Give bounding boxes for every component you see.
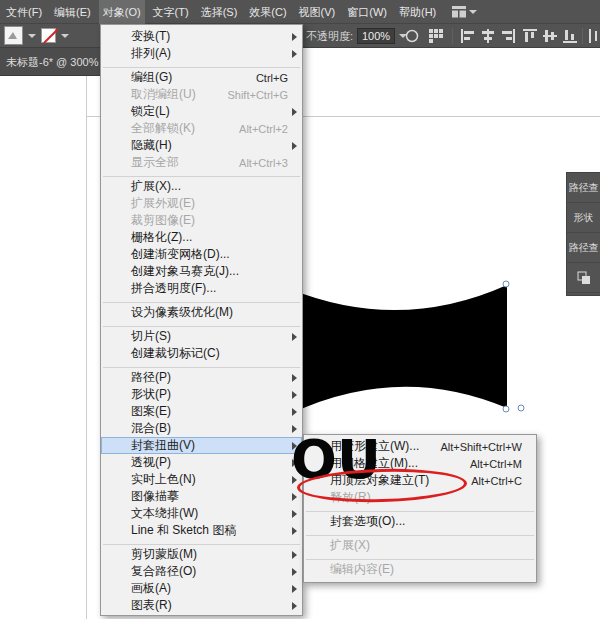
fill-none-swatch[interactable] xyxy=(41,28,56,43)
menu-item: 全部解锁(K) Alt+Ctrl+2 xyxy=(101,120,302,137)
menu-item-label: 实时上色(N) xyxy=(131,471,196,488)
shape-circle-icon[interactable] xyxy=(404,28,420,44)
menu-item[interactable]: 画板(A) xyxy=(101,580,302,597)
menu-item[interactable]: 形状(P) xyxy=(101,386,302,403)
menu-separator xyxy=(304,506,536,513)
selection-handle[interactable] xyxy=(503,406,509,412)
menu-separator xyxy=(304,530,536,537)
menu-item[interactable]: 栅格化(Z)... xyxy=(101,229,302,246)
menu-item[interactable]: 隐藏(H) xyxy=(101,137,302,154)
menu-item-label: 裁剪图像(E) xyxy=(131,212,195,229)
menu-item[interactable]: 创建裁切标记(C) xyxy=(101,345,302,362)
align-left-icon[interactable] xyxy=(460,28,476,44)
submenu-arrow-icon xyxy=(292,510,297,518)
submenu-item[interactable]: 封套选项(O)... xyxy=(304,513,536,530)
dock-panel-button[interactable]: 路径查 xyxy=(567,173,600,203)
menu-item-label: 文本绕排(W) xyxy=(131,505,198,522)
dock-panel-button[interactable]: 路径查 xyxy=(567,233,600,263)
menu-item-label: 创建裁切标记(C) xyxy=(131,345,220,362)
menu-item[interactable]: 扩展(X)... xyxy=(101,178,302,195)
menu-item[interactable]: 透视(P) xyxy=(101,454,302,471)
fill-caret-icon[interactable] xyxy=(61,34,69,38)
submenu-arrow-icon xyxy=(292,33,297,41)
menubar-item[interactable]: 视图(V) xyxy=(295,0,340,24)
dock-panel-button[interactable]: 形状 xyxy=(567,203,600,233)
menu-item-label: 扩展(X)... xyxy=(131,178,181,195)
menu-item[interactable]: 锁定(L) xyxy=(101,103,302,120)
align-middle-vertical-icon[interactable] xyxy=(542,28,558,44)
menu-item[interactable]: 编组(G) Ctrl+G xyxy=(101,69,302,86)
menubar-item[interactable]: 窗口(W) xyxy=(343,0,391,24)
menu-item[interactable]: 剪切蒙版(M) xyxy=(101,546,302,563)
submenu-item-shortcut: Alt+Ctrl+C xyxy=(471,475,530,487)
distribute-icon[interactable] xyxy=(588,28,600,44)
menubar-item[interactable]: 文件(F) xyxy=(2,0,46,24)
align-right-icon[interactable] xyxy=(500,28,516,44)
menu-item-shortcut: Alt+Ctrl+2 xyxy=(239,123,296,135)
menu-separator xyxy=(304,554,536,561)
submenu-arrow-icon xyxy=(292,527,297,535)
menu-item: 取消编组(U) Shift+Ctrl+G xyxy=(101,86,302,103)
illustrator-window: 文件(F) 编辑(E) 对象(O) 文字(T) 选择(S) 效果(C) 视图(V… xyxy=(0,0,600,619)
menu-item[interactable]: 封套扭曲(V) xyxy=(101,437,302,454)
menubar-item[interactable]: 效果(C) xyxy=(245,0,290,24)
menu-item-label: 取消编组(U) xyxy=(131,86,196,103)
menubar-item[interactable]: 帮助(H) xyxy=(395,0,440,24)
menubar-item[interactable]: 文字(T) xyxy=(149,0,193,24)
pathfinder-panel-button[interactable] xyxy=(567,263,600,293)
submenu-item: 扩展(X) xyxy=(304,537,536,554)
submenu-item-label: 释放(R) xyxy=(330,489,371,506)
menu-item[interactable]: 拼合透明度(F)... xyxy=(101,280,302,297)
align-center-horizontal-icon[interactable] xyxy=(480,28,496,44)
menu-item[interactable]: 图表(R) xyxy=(101,597,302,614)
submenu-arrow-icon xyxy=(292,142,297,150)
align-bottom-icon[interactable] xyxy=(562,28,578,44)
menu-item: 显示全部 Alt+Ctrl+3 xyxy=(101,154,302,171)
selection-handle[interactable] xyxy=(518,405,524,411)
tool-options-caret-icon[interactable] xyxy=(28,34,36,38)
menu-item[interactable]: 文本绕排(W) xyxy=(101,505,302,522)
menu-item[interactable]: 设为像素级优化(M) xyxy=(101,304,302,321)
menu-item[interactable]: 复合路径(O) xyxy=(101,563,302,580)
tool-options-thumbnail[interactable] xyxy=(4,26,23,45)
menubar-item[interactable]: 选择(S) xyxy=(197,0,242,24)
bowtie-shape[interactable] xyxy=(280,275,530,420)
canvas-text-object[interactable]: OU xyxy=(291,433,381,487)
menu-separator xyxy=(101,297,302,304)
menubar-item[interactable]: 编辑(E) xyxy=(50,0,95,24)
menu-item[interactable]: Line 和 Sketch 图稿 xyxy=(101,522,302,539)
menu-item[interactable]: 图像描摹 xyxy=(101,488,302,505)
workspace-grid-icon xyxy=(452,6,466,18)
control-bar-left xyxy=(4,26,69,45)
submenu-arrow-icon xyxy=(292,551,297,559)
dock-panel-label: 路径查 xyxy=(569,181,599,195)
menu-item[interactable]: 混合(B) xyxy=(101,420,302,437)
menu-item[interactable]: 排列(A) xyxy=(101,45,302,62)
submenu-arrow-icon xyxy=(292,333,297,341)
menu-item[interactable]: 切片(S) xyxy=(101,328,302,345)
menubar-item[interactable]: 对象(O) xyxy=(99,0,145,24)
menu-item[interactable]: 实时上色(N) xyxy=(101,471,302,488)
menu-item[interactable]: 变换(T) xyxy=(101,28,302,45)
selection-handle[interactable] xyxy=(503,281,509,287)
menu-item[interactable]: 图案(E) xyxy=(101,403,302,420)
workspace-switcher[interactable] xyxy=(452,6,477,18)
right-panel-dock: 路径查 形状 路径查 xyxy=(566,172,600,296)
menu-item[interactable]: 创建渐变网格(D)... xyxy=(101,246,302,263)
menu-item-label: 画板(A) xyxy=(131,580,171,597)
menu-item[interactable]: 路径(P) xyxy=(101,369,302,386)
opacity-value-input[interactable]: 100% xyxy=(357,28,395,44)
menu-item-label: 编组(G) xyxy=(131,69,172,86)
menu-item[interactable]: 创建对象马赛克(J)... xyxy=(101,263,302,280)
align-artboard-icon[interactable] xyxy=(428,28,444,44)
document-tab[interactable]: 未标题-6* @ 300% xyxy=(0,48,104,76)
submenu-arrow-icon xyxy=(292,374,297,382)
menu-item: 裁剪图像(E) xyxy=(101,212,302,229)
menu-item-label: 剪切蒙版(M) xyxy=(131,546,197,563)
align-top-icon[interactable] xyxy=(522,28,538,44)
menu-separator xyxy=(101,62,302,69)
submenu-item: 编辑内容(E) xyxy=(304,561,536,578)
menu-item-label: 锁定(L) xyxy=(131,103,170,120)
menu-item-label: 变换(T) xyxy=(131,28,170,45)
dock-items: 路径查 形状 路径查 xyxy=(567,173,600,263)
